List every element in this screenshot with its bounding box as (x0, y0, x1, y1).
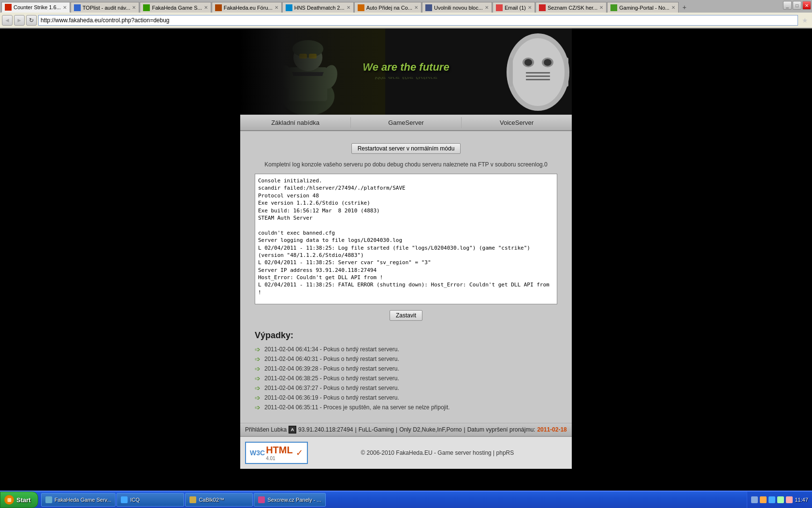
tray-icon-2 (760, 496, 767, 503)
tab-favicon-tab2 (74, 4, 81, 11)
browser-tab-tab4[interactable]: FakaHeda.eu Fóru...✕ (212, 2, 282, 13)
taskbar-item-label-0: FakaHeda Game Serv... (55, 497, 112, 503)
crash-text: 2011-02-04 06:37:27 - Pokus o tvrdý rest… (264, 385, 399, 391)
crash-text: 2011-02-04 06:41:34 - Pokus o tvrdý rest… (264, 346, 399, 353)
nav-menu: Základní nabídka GameServer VoiceServer (240, 115, 572, 131)
browser-tab-tab6[interactable]: Auto Přidej na Co...✕ (354, 2, 421, 13)
taskbar-item-1[interactable]: ICQ (116, 493, 184, 507)
taskbar-item-icon-1 (121, 496, 128, 503)
system-tray: 11:47 (747, 492, 812, 508)
footer-bar: Přihlášen Lubka A 93.91.240.118:27494 | … (240, 423, 572, 436)
crash-arrow-icon: ➩ (255, 394, 261, 402)
nav-item-gameserver[interactable]: GameServer (351, 117, 462, 128)
forward-button[interactable]: ► (14, 15, 25, 26)
taskbar-item-icon-2 (189, 496, 196, 503)
tab-close-tab7[interactable]: ✕ (485, 5, 489, 10)
tab-label-tab8: Email (1) (505, 5, 526, 11)
svg-rect-19 (526, 75, 550, 77)
maximize-button[interactable]: □ (793, 1, 801, 10)
start-button[interactable]: ⊞ Start (0, 492, 38, 508)
taskbar-item-icon-3 (258, 496, 265, 503)
tab-close-tab4[interactable]: ✕ (275, 5, 278, 10)
w3c-label: W3C (250, 449, 265, 457)
restart-button[interactable]: Restartovat server v normálním módu (351, 143, 461, 154)
crash-item: ➩2011-02-04 06:41:34 - Pokus o tvrdý res… (255, 345, 557, 353)
tab-label-tab9: Seznam CZ/SK her... (548, 5, 597, 11)
crash-item: ➩2011-02-04 06:37:27 - Pokus o tvrdý res… (255, 384, 557, 392)
browser-tab-tab5[interactable]: HNS Deathmatch 2...✕ (282, 2, 354, 13)
tray-icon-4 (777, 496, 784, 503)
crash-item: ➩2011-02-04 06:40:31 - Pokus o tvrdý res… (255, 355, 557, 363)
tab-favicon-tab10 (610, 4, 617, 11)
tab-favicon-tab4 (215, 4, 222, 11)
address-bar[interactable] (38, 15, 798, 26)
taskbar-item-label-1: ICQ (130, 497, 140, 503)
tray-time: 11:47 (795, 497, 808, 503)
w3c-badge: W3C HTML 4.01 ✓ (245, 442, 308, 464)
info-text: Kompletní log konzole vašeho serveru po … (255, 161, 557, 168)
close-button[interactable]: ✕ (802, 1, 811, 10)
minimize-button[interactable]: _ (783, 1, 792, 10)
crash-item: ➩2011-02-04 06:36:19 - Pokus o tvrdý res… (255, 394, 557, 402)
crash-text: 2011-02-04 06:39:28 - Pokus o tvrdý rest… (264, 365, 399, 372)
reload-button[interactable]: ↻ (26, 15, 37, 26)
svg-point-17 (544, 59, 551, 66)
crash-arrow-icon: ➩ (255, 365, 261, 373)
nav-item-basic[interactable]: Základní nabídka (240, 117, 351, 128)
tab-close-tab6[interactable]: ✕ (414, 5, 418, 10)
crash-arrow-icon: ➩ (255, 345, 261, 353)
tab-close-tab1[interactable]: ✕ (63, 5, 67, 10)
browser-tab-tab8[interactable]: Email (1)✕ (493, 2, 535, 13)
taskbar-item-label-3: Sexcrew.cz Panely - ... (267, 497, 321, 503)
new-tab-button[interactable]: + (679, 2, 690, 13)
tab-favicon-tab9 (539, 4, 546, 11)
browser-tab-tab9[interactable]: Seznam CZ/SK her...✕ (536, 2, 607, 13)
footer-expiry-date: 2011-02-18 (537, 426, 566, 433)
browser-tab-tab7[interactable]: Uvolnili novou bloc...✕ (422, 2, 492, 13)
footer-only: Only D2,Nuke,InF,Porno (399, 426, 462, 433)
bottom-footer: W3C HTML 4.01 ✓ © 2006-2010 FakaHeda.EU … (240, 436, 572, 469)
browser-tab-tab10[interactable]: Gaming-Portal - No...✕ (607, 2, 679, 13)
taskbar-item-label-2: CaBlk02™ (199, 497, 224, 503)
tab-close-tab8[interactable]: ✕ (528, 5, 532, 10)
tray-icon-3 (768, 496, 775, 503)
browser-tab-tab2[interactable]: TOPlist - audit náv...✕ (71, 2, 140, 13)
crash-text: 2011-02-04 06:35:11 - Proces je spuštěn,… (264, 404, 450, 411)
content-area: We are the future We are the future (240, 29, 572, 469)
browser-tab-tab3[interactable]: FakaHeda Game S...✕ (140, 2, 211, 13)
tab-close-tab9[interactable]: ✕ (599, 5, 603, 10)
crashes-title: Výpadky: (255, 330, 557, 341)
tab-label-tab6: Auto Přidej na Co... (366, 5, 412, 11)
browser-tab-tab1[interactable]: Counter Strike 1.6...✕ (1, 2, 70, 13)
html-version: 4.01 (266, 456, 275, 461)
footer-server-ip: 93.91.240.118:27494 (298, 426, 353, 433)
tab-favicon-tab7 (425, 4, 432, 11)
back-button[interactable]: ◄ (2, 15, 13, 26)
stop-button[interactable]: Zastavit (390, 310, 422, 321)
crash-text: 2011-02-04 06:36:19 - Pokus o tvrdý rest… (264, 394, 399, 401)
footer-network: FuLL-Gaming (359, 426, 394, 433)
taskbar-item-icon-0 (45, 496, 52, 503)
footer-logged-as: Přihlášen Lubka (245, 426, 287, 433)
tab-close-tab10[interactable]: ✕ (671, 5, 675, 10)
taskbar: ⊞ Start FakaHeda Game Serv...ICQCaBlk02™… (0, 491, 812, 508)
taskbar-items: FakaHeda Game Serv...ICQCaBlk02™Sexcrew.… (40, 493, 747, 507)
tab-close-tab5[interactable]: ✕ (347, 5, 350, 10)
tab-favicon-tab8 (496, 4, 503, 11)
tab-favicon-tab3 (143, 4, 150, 11)
tray-icon-1 (751, 496, 758, 503)
svg-point-16 (524, 59, 532, 66)
tab-close-tab2[interactable]: ✕ (132, 5, 136, 10)
crash-item: ➩2011-02-04 06:39:28 - Pokus o tvrdý res… (255, 365, 557, 373)
taskbar-item-0[interactable]: FakaHeda Game Serv... (41, 493, 116, 507)
bookmark-star[interactable]: ★ (799, 15, 810, 26)
taskbar-item-2[interactable]: CaBlk02™ (185, 493, 253, 507)
tab-close-tab3[interactable]: ✕ (204, 5, 208, 10)
crash-text: 2011-02-04 06:38:25 - Pokus o tvrdý rest… (264, 375, 399, 382)
footer-expiry-label: Datum vypršení pronájmu: (467, 426, 536, 433)
taskbar-item-3[interactable]: Sexcrew.cz Panely - ... (254, 493, 325, 507)
crash-text: 2011-02-04 06:40:31 - Pokus o tvrdý rest… (264, 356, 399, 362)
html-label: HTML (266, 445, 293, 456)
console-output[interactable]: Console initialized. scandir failed:/hls… (255, 174, 557, 304)
nav-item-voiceserver[interactable]: VoiceServer (462, 117, 572, 128)
